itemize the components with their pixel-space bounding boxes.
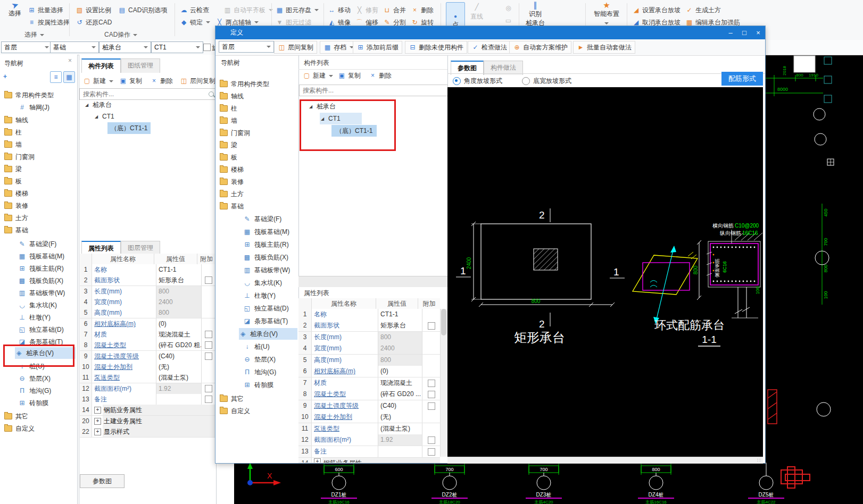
scrollbar-thumb[interactable] <box>441 309 446 335</box>
dnav-raft-main-rebar[interactable]: ⊞筏板主筋(R) <box>243 239 289 250</box>
dnav-raft-neg-rebar[interactable]: ▩筏板负筋(X) <box>243 251 288 263</box>
dnav-cushion[interactable]: ⊖垫层(X) <box>243 354 276 365</box>
attach-checkbox[interactable] <box>205 385 212 392</box>
nav-wall[interactable]: 墙 <box>4 139 22 150</box>
new-button[interactable]: ▢新建 <box>83 77 113 86</box>
card-view-toggle[interactable]: ▦ <box>63 71 75 83</box>
dialog-add-affix-button[interactable]: ⊞添加前后缀 <box>353 41 402 54</box>
expand-icon[interactable]: + <box>314 458 321 463</box>
nav-decoration[interactable]: 装修 <box>4 200 28 212</box>
dnav-pile[interactable]: ↓桩(U) <box>243 341 270 352</box>
rebar-form-button[interactable]: 配筋形式 <box>721 72 763 86</box>
nav-slab[interactable]: 板 <box>4 175 22 187</box>
recognize-pilecap-button[interactable]: ∥ 识别 桩承台 <box>521 1 549 28</box>
nav-cushion[interactable]: ⊖垫层(X) <box>18 373 51 384</box>
attach-checkbox[interactable] <box>205 341 212 349</box>
dialog-check-method-button[interactable]: ✓检查做法 <box>468 41 511 54</box>
select-group-label[interactable]: 选择 <box>24 30 44 39</box>
move-button[interactable]: ↔移动 <box>328 5 351 15</box>
dialog-delete-button[interactable]: ×删除 <box>369 71 392 80</box>
param-diagram-button[interactable]: 参数图 <box>80 474 125 488</box>
nav-strip-foundation[interactable]: ◪条形基础(T) <box>18 336 63 348</box>
dnav-pile-cap[interactable]: ◈桩承台(V) <box>239 328 297 340</box>
slope-width-radio[interactable]: 底宽放坡形式 <box>522 77 571 86</box>
attach-checkbox[interactable] <box>205 276 212 284</box>
nav-foundation[interactable]: 基础 <box>4 224 28 236</box>
dnav-wall[interactable]: 墙 <box>220 115 237 127</box>
tree-ct1-1[interactable]: （底）CT1-1 <box>107 122 151 134</box>
partial-checkbox[interactable] <box>203 44 211 51</box>
delete-button[interactable]: ×删除 <box>411 5 434 15</box>
layer-copy-button[interactable]: ◫层间复制 <box>180 77 215 86</box>
cad-options-button[interactable]: ▤CAD识别选项 <box>118 5 167 15</box>
attach-checkbox[interactable] <box>205 396 212 403</box>
expand-icon[interactable]: + <box>94 418 101 425</box>
list-view-toggle[interactable]: ≡ <box>50 71 62 83</box>
attach-checkbox[interactable] <box>428 322 435 330</box>
generate-earthwork-button[interactable]: ✓生成土方 <box>685 5 721 15</box>
resize-grip[interactable]: ∷ <box>757 457 761 463</box>
nav-raft[interactable]: ▦筏板基础(M) <box>18 250 64 262</box>
element-type-select[interactable]: 桩承台 <box>99 41 151 53</box>
nav-opening[interactable]: 门窗洞 <box>4 151 35 163</box>
lock-button[interactable]: ◆锁定 <box>180 18 210 27</box>
nav-raft-main-rebar[interactable]: ⊞筏板主筋(R) <box>18 263 64 274</box>
nav-beam[interactable]: 梁 <box>4 163 22 175</box>
dialog-auto-method-button[interactable]: ⊕自动套方案维护 <box>509 41 571 54</box>
dialog-new-button[interactable]: ▢新建 <box>303 71 333 80</box>
dnav-sump[interactable]: ◡集水坑(K) <box>243 277 282 289</box>
nav-pile-cap[interactable]: ◈桩承台(V) <box>15 347 76 359</box>
tab-component-method[interactable]: 构件做法 <box>484 61 523 75</box>
tab-layer-mgmt[interactable]: 图层管理 <box>121 241 160 255</box>
dnav-custom[interactable]: 自定义 <box>220 405 250 417</box>
line-tool-button[interactable]: ╱直线 <box>470 3 483 21</box>
nav-axis[interactable]: 轴线 <box>4 114 28 126</box>
set-scale-button[interactable]: ▧设置比例 <box>76 5 111 15</box>
dnav-decoration[interactable]: 装修 <box>220 176 244 188</box>
dnav-axis[interactable]: 轴线 <box>220 90 244 102</box>
parameter-canvas[interactable]: 2400 800 2 2 1 1 矩形承台 <box>447 87 763 457</box>
dnav-others[interactable]: 其它 <box>220 393 244 405</box>
dialog-bottom-scrollbar[interactable]: ∷ <box>447 457 763 464</box>
dnav-stair[interactable]: 楼梯 <box>220 164 244 175</box>
nav-grid[interactable]: #轴网(J) <box>18 102 49 113</box>
nav-common-types[interactable]: 常用构件类型 <box>4 89 54 101</box>
dnav-column[interactable]: 柱 <box>220 103 237 114</box>
tab-component-list[interactable]: 构件列表 <box>81 58 121 73</box>
nav-pier[interactable]: ⊥柱墩(Y) <box>18 312 51 323</box>
expand-icon[interactable]: + <box>94 429 101 435</box>
attach-checkbox[interactable] <box>428 380 435 387</box>
smart-layout-button[interactable]: ★ 智能布置 <box>592 1 621 26</box>
nav-foundation-beam[interactable]: ✎基础梁(F) <box>18 238 56 250</box>
auto-align-button[interactable]: ▥自动平齐板 <box>223 5 273 15</box>
dialog-titlebar[interactable]: 定义 – □ × <box>215 26 765 39</box>
dialog-archive-button[interactable]: ▦存档 <box>320 41 358 54</box>
nav-slab-band[interactable]: ▥基础板带(W) <box>18 287 65 299</box>
tab-param-diagram[interactable]: 参数图 <box>451 61 484 75</box>
slope-angle-radio[interactable]: 角度放坡形式 <box>453 77 502 86</box>
maximize-button[interactable]: □ <box>737 29 751 37</box>
close-button[interactable]: × <box>751 29 765 37</box>
attach-checkbox[interactable] <box>428 391 435 398</box>
scrollbar-track[interactable] <box>440 309 447 457</box>
search-input[interactable] <box>302 86 445 95</box>
restore-cad-button[interactable]: ↺还原CAD <box>76 18 112 27</box>
cloud-check-button[interactable]: ☁云检查 <box>180 5 209 15</box>
nav-trench[interactable]: Π地沟(G) <box>18 385 51 397</box>
attach-checkbox[interactable] <box>205 352 212 360</box>
nav-pile[interactable]: ↓桩(U) <box>18 360 45 372</box>
nav-isolated-foundation[interactable]: ◱独立基础(D) <box>18 324 64 335</box>
dialog-layer-copy-button[interactable]: ◫层间复制 <box>274 41 317 54</box>
nav-custom[interactable]: 自定义 <box>4 423 35 434</box>
close-icon[interactable]: × <box>68 57 72 64</box>
tab-drawing-mgmt[interactable]: 图纸管理 <box>121 58 160 73</box>
nav-sump[interactable]: ◡集水坑(K) <box>18 299 57 311</box>
nav-column[interactable]: 柱 <box>4 127 22 138</box>
cad-group-label[interactable]: CAD操作 <box>104 30 137 39</box>
category-select[interactable]: 基础 <box>50 41 99 53</box>
dialog-copy-button[interactable]: ▣复制 <box>338 71 361 80</box>
batch-select-button[interactable]: ⊞批量选择 <box>28 5 63 15</box>
dialog-floor-select[interactable]: 首层 <box>219 41 274 53</box>
dnav-slab[interactable]: 板 <box>220 152 237 163</box>
merge-button[interactable]: ⊔合并 <box>383 5 406 15</box>
